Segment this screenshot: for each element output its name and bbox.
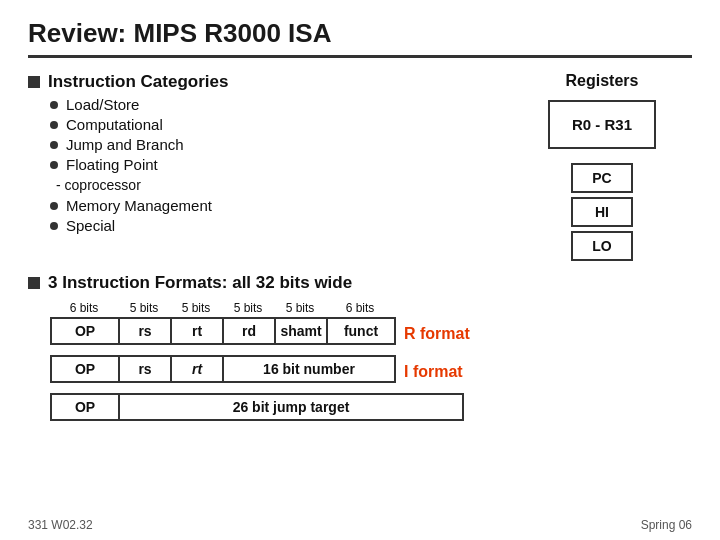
bit-label-5: 5 bits — [274, 301, 326, 315]
bullet-icon-2 — [28, 277, 40, 289]
bullet-dot-icon — [50, 161, 58, 169]
bullet-list-1: Load/Store Computational Jump and Branch… — [50, 96, 502, 173]
bit-label-6: 6 bits — [326, 301, 394, 315]
i-format-row: OP rs rt 16 bit number I format — [28, 355, 692, 388]
bullet-dot-icon — [50, 141, 58, 149]
r-funct: funct — [327, 318, 395, 344]
j-format-row: OP 26 bit jump target — [28, 393, 692, 426]
bullet-dot-icon — [50, 101, 58, 109]
bit-label-2: 5 bits — [118, 301, 170, 315]
r-format-label: R format — [404, 325, 470, 343]
register-main: R0 - R31 — [548, 100, 656, 149]
r-rt: rt — [171, 318, 223, 344]
list-item: Floating Point — [50, 156, 502, 173]
list-item: Special — [50, 217, 502, 234]
bit-label-1: 6 bits — [50, 301, 118, 315]
register-hi: HI — [571, 197, 633, 227]
bullet-dot-icon — [50, 222, 58, 230]
page-title: Review: MIPS R3000 ISA — [28, 18, 692, 58]
register-row: PC HI LO — [571, 163, 633, 263]
bullet-dot-icon — [50, 121, 58, 129]
j-jump: 26 bit jump target — [119, 394, 463, 420]
list-item: Computational — [50, 116, 502, 133]
slide: Review: MIPS R3000 ISA Instruction Categ… — [0, 0, 720, 540]
bullet-list-2: Memory Management Special — [50, 197, 502, 234]
list-item: Load/Store — [50, 96, 502, 113]
formats-section: 3 Instruction Formats: all 32 bits wide … — [28, 273, 692, 426]
sub-item-coprocessor: coprocessor — [56, 177, 502, 193]
bullet-dot-icon — [50, 202, 58, 210]
register-lo: LO — [571, 231, 633, 261]
registers-label: Registers — [566, 72, 639, 90]
bit-label-3: 5 bits — [170, 301, 222, 315]
section1-title: Instruction Categories — [48, 72, 228, 92]
j-op: OP — [51, 394, 119, 420]
r-rd: rd — [223, 318, 275, 344]
right-column: Registers R0 - R31 PC HI LO — [512, 72, 692, 263]
r-rs: rs — [119, 318, 171, 344]
bit-label-4: 5 bits — [222, 301, 274, 315]
bullet-icon — [28, 76, 40, 88]
i-op: OP — [51, 356, 119, 382]
list-item: Jump and Branch — [50, 136, 502, 153]
i-rt: rt — [171, 356, 223, 382]
register-pc: PC — [571, 163, 633, 193]
section2-header: 3 Instruction Formats: all 32 bits wide — [28, 273, 692, 293]
i-imm: 16 bit number — [223, 356, 395, 382]
main-content: Instruction Categories Load/Store Comput… — [28, 72, 692, 263]
footer-right: Spring 06 — [641, 518, 692, 532]
r-shamt: shamt — [275, 318, 327, 344]
r-format-table: OP rs rt rd shamt funct — [50, 317, 396, 345]
section2-title: 3 Instruction Formats: all 32 bits wide — [48, 273, 352, 293]
footer-left: 331 W02.32 — [28, 518, 93, 532]
i-rs: rs — [119, 356, 171, 382]
r-format-row: OP rs rt rd shamt funct R format — [28, 317, 692, 350]
footer: 331 W02.32 Spring 06 — [28, 518, 692, 532]
i-format-label: I format — [404, 363, 463, 381]
r-op: OP — [51, 318, 119, 344]
j-format-table: OP 26 bit jump target — [50, 393, 464, 421]
bits-row: 6 bits 5 bits 5 bits 5 bits 5 bits 6 bit… — [50, 301, 692, 315]
section1-header: Instruction Categories — [28, 72, 502, 92]
left-column: Instruction Categories Load/Store Comput… — [28, 72, 512, 263]
list-item: Memory Management — [50, 197, 502, 214]
i-format-table: OP rs rt 16 bit number — [50, 355, 396, 383]
